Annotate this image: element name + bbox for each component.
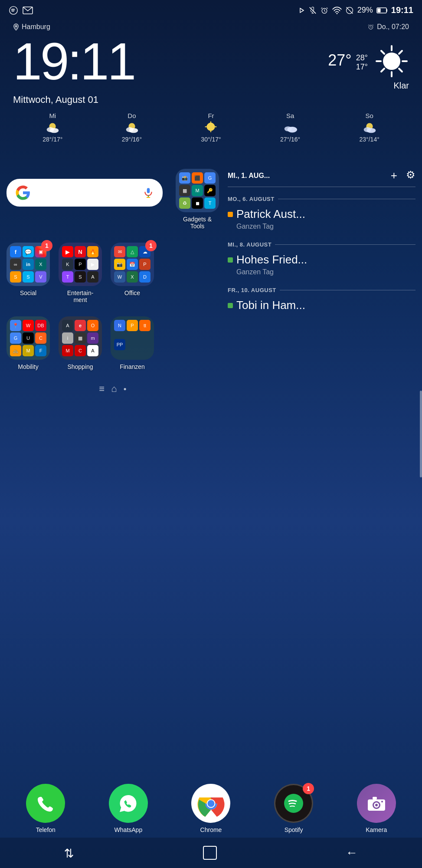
- mini-docs: D: [139, 271, 150, 283]
- svg-line-17: [381, 51, 384, 54]
- weather-widget: Hamburg Do., 07:20 19:11 27° 28°: [0, 19, 422, 147]
- cal-event-3[interactable]: Tobi in Ham...: [228, 299, 415, 312]
- cal-section-line-2: [275, 244, 415, 245]
- back-button[interactable]: ←: [346, 846, 358, 860]
- office-badge: 1: [145, 240, 157, 251]
- location: Hamburg: [13, 23, 50, 31]
- svg-point-12: [383, 53, 400, 70]
- svg-rect-48: [373, 797, 377, 799]
- cal-event-1[interactable]: Patrick Aust... Ganzen Tag: [228, 207, 415, 230]
- folder-shopping[interactable]: A e O i ▦ m M C A Shopping: [59, 316, 102, 370]
- page-indicator: ≡ ⌂ ●: [7, 383, 219, 395]
- cal-section-mo6: MO., 6. AUGUST: [228, 196, 415, 202]
- wifi-icon: [332, 7, 342, 14]
- mini-mvg: M: [23, 345, 34, 356]
- mic-icon[interactable]: [143, 187, 154, 198]
- mini-otto: O: [87, 320, 98, 331]
- cal-event-3-dot: [228, 303, 233, 308]
- calendar-current-date: MI., 1. AUG...: [228, 172, 270, 180]
- shopping-label: Shopping: [59, 363, 102, 370]
- mini-n26: N: [114, 320, 125, 331]
- spotify-app-icon: 1: [274, 784, 313, 823]
- folder-mobility[interactable]: 📍 W DB G U C 🚲 M F Mobility: [7, 316, 50, 370]
- svg-line-19: [399, 51, 402, 54]
- alarm-widget-icon: [367, 23, 374, 30]
- forecast-icon-so: [361, 121, 378, 134]
- svg-point-27: [207, 123, 215, 131]
- battery-percent: 29%: [357, 6, 373, 15]
- mini-app-dark: ◼: [192, 197, 203, 209]
- folder-entertainment[interactable]: ▶ N 🔥 K P ▶ T S A Entertain-ment: [59, 243, 102, 303]
- dock-telefon[interactable]: Telefon: [26, 784, 65, 833]
- mini-li: in: [23, 259, 34, 270]
- mini-msg: 💬: [23, 246, 34, 257]
- mini-kodi: K: [62, 259, 73, 270]
- spotify-label: Spotify: [274, 826, 313, 833]
- mini-db: DB: [35, 320, 46, 331]
- svg-point-10: [15, 25, 17, 27]
- dock-kamera[interactable]: Kamera: [357, 784, 396, 833]
- cal-event-2-title: Hohes Fried...: [228, 253, 415, 266]
- mini-tt: tt: [139, 320, 150, 331]
- whatsapp-icon: [109, 784, 148, 823]
- navigation-bar: ⇄ ←: [0, 838, 422, 868]
- folder-office[interactable]: 1 ✉ △ ☁ 📸 📅 P W X D Office: [111, 243, 154, 296]
- svg-rect-9: [386, 9, 387, 12]
- cal-event-2[interactable]: Hohes Fried... Ganzen Tag: [228, 253, 415, 276]
- location-icon: [13, 23, 19, 30]
- forecast-icon-sa: [282, 121, 298, 134]
- home-button[interactable]: [203, 846, 217, 860]
- mini-goo: G: [10, 332, 21, 344]
- cal-event-2-sub: Ganzen Tag: [236, 268, 415, 276]
- folder-social[interactable]: 1 f 💬 ▣ ∞ in X S S V Social: [7, 243, 50, 296]
- mini-fb: f: [10, 246, 21, 257]
- mini-photos2: 📸: [114, 259, 125, 270]
- page-dot: ●: [123, 386, 126, 392]
- mini-mail: ✉: [114, 246, 125, 257]
- current-temp: 27° 28° 17°: [328, 51, 368, 72]
- forecast-icon-fr: [203, 121, 219, 134]
- app-row-2: 1 f 💬 ▣ ∞ in X S S V Social ▶ N 🔥: [7, 243, 219, 303]
- telefon-label: Telefon: [26, 826, 65, 833]
- status-bar: 29% 19:11: [0, 0, 422, 19]
- kamera-icon: [357, 784, 396, 823]
- alarm-time: Do., 07:20: [367, 23, 409, 31]
- calendar-settings-button[interactable]: ⚙: [406, 169, 415, 182]
- folder-gadgets-tools[interactable]: 📸 ⬛ G ▦ M 🔑 ♻ ◼ T Gadgets &Tools: [176, 169, 219, 230]
- whatsapp-label: WhatsApp: [109, 826, 148, 833]
- alarm-value: Do., 07:20: [377, 23, 409, 31]
- add-event-button[interactable]: +: [391, 169, 397, 182]
- mini-app-bar: ▦: [179, 185, 190, 196]
- forecast-icon-mi: [44, 121, 61, 134]
- svg-point-42: [207, 800, 214, 807]
- dock-chrome[interactable]: Chrome: [191, 784, 230, 833]
- forecast-day-so: So 23°/14°: [330, 112, 409, 143]
- svg-rect-37: [147, 188, 150, 193]
- mini-app-tasker: T: [204, 197, 216, 209]
- mini-maps: 📍: [10, 320, 21, 331]
- svg-point-33: [287, 127, 297, 132]
- google-search-bar[interactable]: [7, 179, 163, 207]
- cal-section-line: [278, 199, 415, 199]
- spotify-notification-badge: 1: [303, 783, 314, 794]
- svg-point-36: [366, 128, 376, 133]
- alarm-icon: [320, 6, 329, 15]
- calendar-header: MI., 1. AUG... + ⚙: [228, 169, 415, 187]
- recent-apps-button[interactable]: ⇄: [62, 848, 76, 858]
- sunny-icon: [374, 44, 409, 79]
- forecast: Mi 28°/17° Do 29°/16° Fr: [13, 112, 409, 143]
- dock-whatsapp[interactable]: WhatsApp: [109, 784, 148, 833]
- chrome-label: Chrome: [191, 826, 230, 833]
- date-line: Mittwoch, August 01: [13, 94, 409, 105]
- big-clock: 19:11: [13, 35, 134, 87]
- location-name: Hamburg: [22, 23, 50, 31]
- mute-icon: [309, 6, 317, 15]
- cal-section-mi8: MI., 8. AUGUST: [228, 241, 415, 248]
- mini-app-photos: 📸: [179, 172, 190, 184]
- mini-waze: W: [23, 320, 34, 331]
- dock-spotify[interactable]: 1 Spotify: [274, 784, 313, 833]
- folder-finanzen[interactable]: N P tt PP Finanzen: [111, 316, 154, 370]
- current-temp-block: 27° 28° 17°: [328, 51, 368, 72]
- mini-ftv: 🔥: [87, 246, 98, 257]
- mini-app-google: G: [204, 172, 216, 184]
